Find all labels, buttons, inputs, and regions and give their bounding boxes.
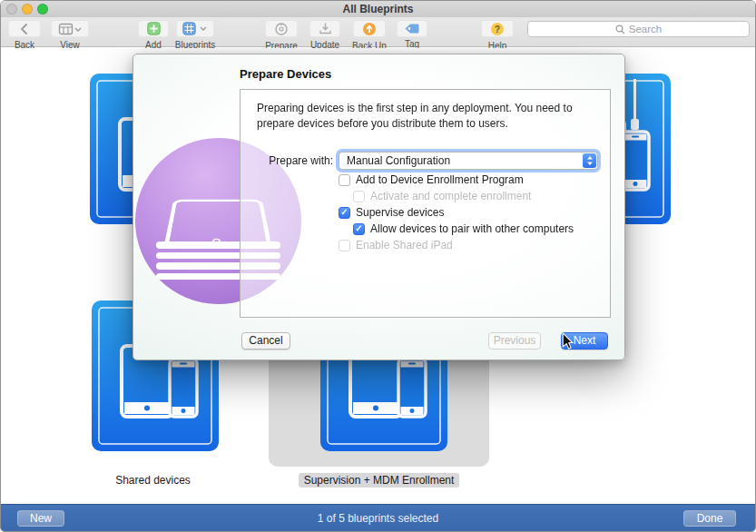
toolbar-button-view[interactable]: View — [50, 20, 90, 50]
toolbar-button-back[interactable]: Back — [6, 20, 43, 50]
backup-icon — [353, 20, 386, 37]
window-controls — [6, 4, 48, 15]
search-placeholder: Search — [629, 24, 662, 34]
toolbar-button-help[interactable]: ? Help — [476, 20, 519, 51]
toolbar-button-add[interactable]: Add — [133, 20, 173, 50]
zoom-button[interactable] — [37, 4, 48, 15]
toolbar-button-tag[interactable]: Tag — [394, 20, 430, 49]
new-blueprint-button[interactable]: New — [17, 510, 64, 527]
search-input[interactable]: Search — [527, 21, 750, 37]
checkbox-allow-pairing[interactable]: Allow devices to pair with other compute… — [353, 221, 574, 237]
checkbox-add-to-dep[interactable]: Add to Device Enrollment Program — [339, 172, 574, 188]
back-icon — [8, 20, 41, 37]
close-button[interactable] — [6, 4, 17, 15]
dialog-description: Preparing devices is the first step in a… — [257, 101, 602, 133]
add-icon — [138, 20, 169, 37]
done-button[interactable]: Done — [683, 510, 736, 527]
checkbox-activate-enrollment: Activate and complete enrollment — [353, 188, 574, 204]
status-bar: 1 of 5 blueprints selected New Done — [1, 504, 755, 531]
app-window: All Blueprints Back View — [0, 0, 756, 532]
checkbox-box — [339, 240, 350, 251]
popup-selected-value: Manual Configuration — [347, 153, 450, 169]
blueprint-label-shared-devices[interactable]: Shared devices — [92, 474, 214, 487]
checkbox-box — [339, 207, 350, 219]
checkbox-enable-shared-ipad: Enable Shared iPad — [339, 237, 574, 253]
prepare-devices-dialog: Prepare Devices Preparing devices is the… — [133, 54, 625, 360]
checkbox-box — [339, 174, 350, 186]
blueprint-label-supervision-mdm[interactable]: Supervision + MDM Enrollment — [269, 474, 489, 487]
content-area: Shared devices Supervision + MDM Enrollm… — [1, 48, 755, 504]
prepare-with-label: Prepare with: — [241, 152, 333, 170]
tag-icon — [397, 20, 427, 37]
prepare-with-popup[interactable]: Manual Configuration — [339, 152, 598, 170]
toolbar-button-blueprints[interactable]: Blueprints — [170, 20, 221, 50]
toolbar-button-prepare[interactable]: Prepare — [260, 20, 303, 51]
popup-stepper-icon — [583, 153, 596, 168]
checkbox-group: Add to Device Enrollment Program Activat… — [339, 172, 574, 253]
toolbar-button-backup[interactable]: Back Up — [346, 20, 393, 51]
dialog-title: Prepare Devices — [240, 67, 331, 81]
checkbox-supervise-devices[interactable]: Supervise devices — [339, 204, 574, 221]
dialog-panel: Preparing devices is the first step in a… — [240, 89, 611, 318]
previous-button: Previous — [488, 332, 541, 350]
mouse-cursor — [560, 333, 575, 350]
toolbar-button-update[interactable]: Update — [305, 20, 345, 50]
window-title: All Blueprints — [1, 1, 755, 17]
checkbox-box — [353, 223, 365, 235]
view-icon — [51, 20, 89, 37]
cancel-button[interactable]: Cancel — [241, 332, 290, 350]
minimize-button[interactable] — [22, 4, 33, 15]
checkbox-box — [353, 191, 365, 202]
titlebar: All Blueprints — [1, 1, 755, 17]
prepare-icon — [265, 20, 298, 37]
update-icon — [309, 20, 340, 37]
blueprints-icon — [176, 20, 214, 37]
svg-text:?: ? — [495, 24, 500, 34]
help-icon: ? — [481, 20, 514, 37]
selection-status: 1 of 5 blueprints selected — [1, 505, 755, 532]
search-icon — [615, 25, 625, 34]
toolbar: Back View Add — [1, 17, 755, 47]
